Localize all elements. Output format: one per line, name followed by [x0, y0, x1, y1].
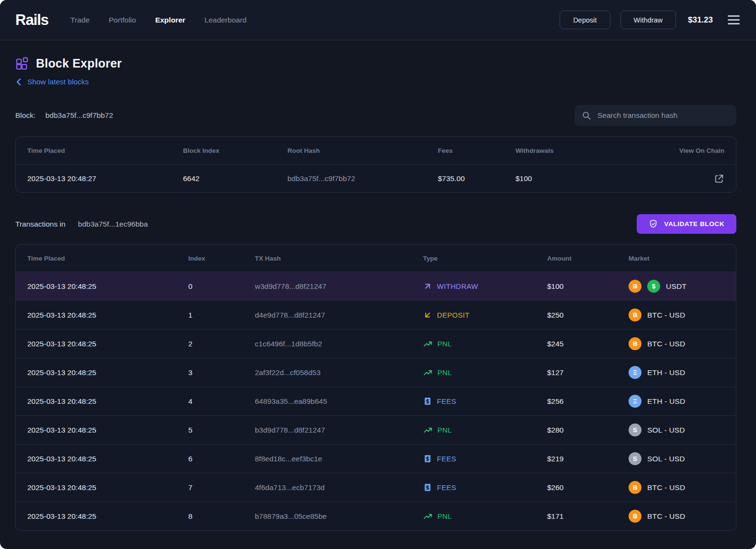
nav-item-portfolio[interactable]: Portfolio — [109, 16, 136, 24]
tx-index: 1 — [188, 311, 255, 320]
tx-type[interactable]: PNL — [423, 339, 547, 349]
tx-type[interactable]: PNL — [423, 425, 547, 435]
tx-hash: b78879a3...05ce85be — [255, 512, 423, 521]
withdraw-button[interactable]: Withdraw — [620, 11, 676, 29]
transactions-title: Transactions in bdb3a75f...1ec96bba — [15, 220, 148, 229]
tx-hash: b3d9d778...d8f21247 — [255, 426, 423, 435]
tx-index: 6 — [188, 455, 255, 463]
market-label: BTC - USD — [647, 512, 685, 521]
tx-index: 8 — [188, 512, 255, 521]
tx-amount: $219 — [547, 455, 629, 463]
external-link-icon[interactable] — [662, 173, 724, 184]
receipt-dollar-icon — [423, 483, 432, 492]
nav-item-trade[interactable]: Trade — [70, 16, 90, 24]
tx-market: ΞETH - USD — [629, 395, 724, 408]
block-label: Block: — [15, 111, 35, 119]
tx-market: BBTC - USD — [629, 337, 724, 350]
eth-coin-icon: Ξ — [629, 366, 641, 379]
market-label: BTC - USD — [647, 483, 685, 492]
search-box[interactable] — [574, 105, 736, 126]
tx-hash: d4e9d778...d8f21247 — [255, 311, 423, 320]
validate-block-button[interactable]: VALIDATE BLOCK — [637, 214, 736, 234]
eth-coin-icon: Ξ — [629, 395, 641, 408]
tx-time: 2025-03-13 20:48:25 — [27, 311, 188, 320]
tx-table-row[interactable]: 2025-03-13 20:48:255b3d9d778...d8f21247P… — [16, 415, 736, 444]
block-table-row: 2025-03-13 20:48:27 6642 bdb3a75f...c9f7… — [16, 164, 736, 192]
page-header: Block Explorer — [15, 57, 736, 70]
block-hash: bdb3a75f...c9f7bb72 — [46, 111, 113, 119]
tx-market: SSOL - USD — [629, 452, 724, 465]
tx-amount: $250 — [547, 311, 629, 320]
tx-amount: $171 — [547, 512, 629, 521]
rails-logo[interactable]: Rails — [15, 11, 48, 29]
search-input[interactable] — [596, 111, 729, 120]
tx-market: ΞETH - USD — [629, 366, 724, 379]
block-summary-table: Time Placed Block Index Root Hash Fees W… — [15, 137, 736, 193]
sol-coin-icon: S — [629, 452, 641, 465]
tx-hash: 64893a35...ea89b645 — [255, 397, 423, 406]
tx-type[interactable]: FEES — [423, 483, 547, 492]
tx-time: 2025-03-13 20:48:25 — [27, 282, 188, 291]
tx-time: 2025-03-13 20:48:25 — [27, 512, 188, 521]
tx-hash: c1c6496f...1d8b5fb2 — [255, 340, 423, 348]
col-index: Index — [188, 255, 255, 262]
tx-index: 5 — [188, 426, 255, 435]
tx-market: BBTC - USD — [629, 309, 724, 321]
tx-index: 4 — [188, 397, 255, 406]
tx-table-row[interactable]: 2025-03-13 20:48:251d4e9d778...d8f21247D… — [16, 300, 736, 329]
tx-amount: $280 — [547, 426, 629, 435]
col-tx-hash: TX Hash — [255, 255, 423, 262]
hamburger-menu-icon[interactable] — [727, 13, 741, 26]
transactions-header-row: Transactions in bdb3a75f...1ec96bba VALI… — [15, 214, 736, 234]
tx-table-row[interactable]: 2025-03-13 20:48:2574f6da713...ecb7173dF… — [16, 473, 736, 502]
block-fees: $735.00 — [438, 174, 515, 183]
blocks-icon — [15, 57, 29, 70]
tx-table-row[interactable]: 2025-03-13 20:48:258b78879a3...05ce85beP… — [16, 502, 736, 530]
tx-table-row[interactable]: 2025-03-13 20:48:25464893a35...ea89b645F… — [16, 387, 736, 415]
trending-up-icon — [423, 339, 433, 349]
tx-type[interactable]: DEPOSIT — [423, 310, 547, 320]
tx-type[interactable]: WITHDRAW — [423, 282, 547, 291]
tx-table-row[interactable]: 2025-03-13 20:48:2568f8ed18c...eef3bc1eF… — [16, 444, 736, 473]
nav-item-explorer[interactable]: Explorer — [155, 16, 185, 24]
tx-market: BBTC - USD — [629, 510, 724, 523]
tx-time: 2025-03-13 20:48:25 — [27, 455, 188, 463]
col-amount: Amount — [547, 255, 629, 262]
block-time: 2025-03-13 20:48:27 — [27, 174, 183, 183]
show-latest-blocks-link[interactable]: Show latest blocks — [15, 78, 89, 86]
tx-market: SSOL - USD — [629, 423, 724, 436]
validate-block-label: VALIDATE BLOCK — [664, 220, 724, 228]
tx-type[interactable]: FEES — [423, 454, 547, 463]
nav-item-leaderboard[interactable]: Leaderboard — [205, 16, 247, 24]
col-root-hash: Root Hash — [287, 147, 438, 154]
col-type: Type — [423, 255, 547, 262]
block-info-row: Block: bdb3a75f...c9f7bb72 — [15, 105, 736, 126]
tx-type[interactable]: PNL — [423, 368, 547, 377]
tx-time: 2025-03-13 20:48:25 — [27, 340, 188, 348]
tx-type[interactable]: PNL — [423, 512, 547, 521]
tx-table-row[interactable]: 2025-03-13 20:48:252c1c6496f...1d8b5fb2P… — [16, 329, 736, 358]
market-label: SOL - USD — [647, 455, 685, 463]
sol-coin-icon: S — [629, 423, 641, 436]
tx-market: B$USDT — [629, 280, 724, 293]
search-icon — [582, 111, 591, 120]
deposit-button[interactable]: Deposit — [560, 11, 610, 29]
transactions-block-hash: bdb3a75f...1ec96bba — [78, 220, 148, 228]
tx-hash: w3d9d778...d8f21247 — [255, 282, 423, 291]
receipt-dollar-icon — [423, 397, 432, 406]
block-index: 6642 — [183, 174, 287, 183]
navbar: Rails Trade Portfolio Explorer Leaderboa… — [0, 0, 756, 40]
market-label: USDT — [666, 282, 687, 291]
tx-type[interactable]: FEES — [423, 397, 547, 406]
col-view-on-chain: View On Chain — [662, 147, 724, 154]
page-title: Block Explorer — [36, 57, 122, 70]
shield-check-icon — [649, 219, 658, 229]
account-balance: $31.23 — [688, 15, 713, 25]
main-content: Block Explorer Show latest blocks Block:… — [0, 57, 756, 531]
tx-table-row[interactable]: 2025-03-13 20:48:250w3d9d778...d8f21247W… — [16, 272, 736, 300]
tx-index: 3 — [188, 368, 255, 377]
tx-table-row[interactable]: 2025-03-13 20:48:2532af3f22d...cf058d53P… — [16, 358, 736, 387]
col-withdrawals: Withdrawals — [515, 147, 662, 154]
tx-hash: 8f8ed18c...eef3bc1e — [255, 455, 423, 463]
tx-time: 2025-03-13 20:48:25 — [27, 483, 188, 492]
